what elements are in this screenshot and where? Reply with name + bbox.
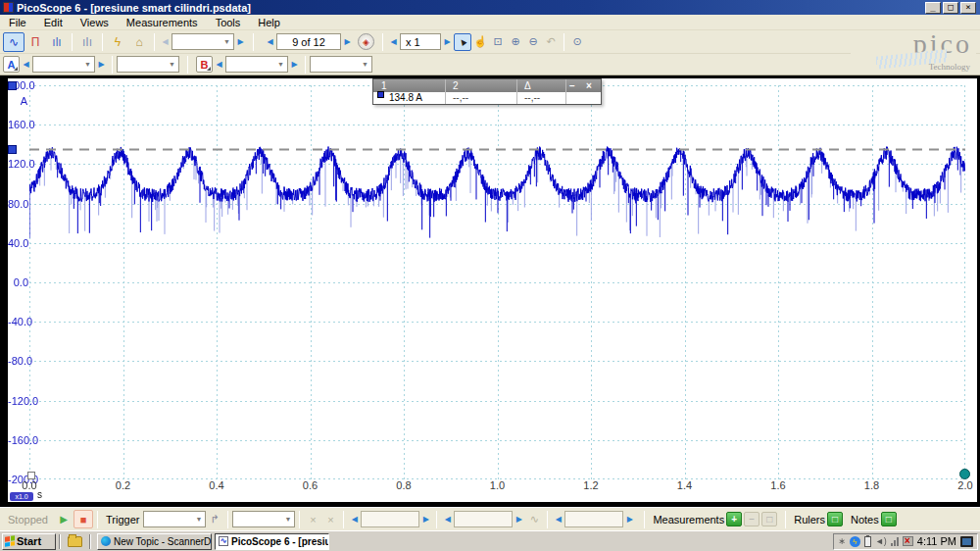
zoom-undo-icon[interactable]: ↶ bbox=[542, 33, 560, 51]
page-prev-icon[interactable]: ◀ bbox=[264, 34, 276, 50]
windows-taskbar: Start New Topic - ScannerDan... ∿ PicoSc… bbox=[0, 530, 980, 551]
start-button[interactable]: Start bbox=[2, 533, 56, 550]
hand-tool-icon[interactable]: ☝ bbox=[471, 33, 489, 51]
show-hidden-icons-icon[interactable]: ∗ bbox=[838, 536, 846, 546]
ruler-handle[interactable] bbox=[8, 145, 17, 154]
zoom-full-icon[interactable]: ⊙ bbox=[568, 33, 586, 51]
channel-a-range-prev-icon[interactable]: ◀ bbox=[20, 57, 32, 73]
power-tray-icon[interactable]: ϟ bbox=[850, 536, 860, 547]
volume-tray-icon[interactable]: ◄) bbox=[875, 536, 887, 546]
channel-b-range-select[interactable]: ▼ bbox=[225, 56, 288, 73]
trigger-label: Trigger bbox=[106, 514, 139, 526]
menu-views[interactable]: Views bbox=[72, 16, 118, 29]
signal-tray-icon[interactable] bbox=[891, 537, 899, 546]
pretrigger-inc-icon[interactable]: ▶ bbox=[513, 512, 525, 527]
notes-icon[interactable]: □ bbox=[881, 512, 897, 526]
channel-a-swatch bbox=[377, 91, 384, 98]
auto-arrange-icon[interactable]: ∿ bbox=[525, 511, 543, 528]
post-trigger-dec-icon[interactable]: ◀ bbox=[552, 512, 564, 527]
scope-view-icon[interactable]: ∿ bbox=[3, 32, 24, 52]
x-tick-label: 1.6 bbox=[763, 479, 793, 491]
waveform-plot[interactable] bbox=[29, 85, 965, 479]
x-tick-label: 1.0 bbox=[483, 479, 513, 491]
menu-measurements[interactable]: Measurements bbox=[118, 16, 207, 29]
add-measurement-icon[interactable]: + bbox=[726, 512, 742, 526]
x-axis-multiplier-badge[interactable]: x1.0 bbox=[10, 492, 33, 501]
channel-b-button[interactable]: B bbox=[196, 56, 213, 73]
post-trigger-inc-icon[interactable]: ▶ bbox=[623, 512, 636, 527]
trigger-level-dec-icon[interactable]: ◀ bbox=[348, 512, 361, 527]
time-ruler-handle[interactable] bbox=[27, 472, 35, 479]
pretrigger-dec-icon[interactable]: ◀ bbox=[441, 512, 454, 527]
menu-file[interactable]: File bbox=[0, 16, 35, 29]
page-indicator[interactable]: 9 of 12 bbox=[276, 33, 341, 50]
square-wave-view-icon[interactable]: Π bbox=[24, 32, 46, 52]
ruler-legend-box[interactable]: 1 2 Δ − × 134.8 A --,-- --,-- bbox=[372, 78, 602, 105]
task-button-browser[interactable]: New Topic - ScannerDan... bbox=[97, 533, 212, 550]
post-trigger-field[interactable] bbox=[564, 511, 623, 527]
battery-tray-icon[interactable] bbox=[864, 536, 871, 547]
x-tick-label: 1.4 bbox=[670, 479, 700, 491]
y-tick-label: 120.0 bbox=[8, 158, 28, 170]
channel-a-range-select[interactable]: ▼ bbox=[32, 56, 95, 73]
channel-a-coupling-select[interactable]: ▼ bbox=[117, 56, 179, 73]
edit-measurement-icon[interactable]: □ bbox=[761, 512, 777, 526]
rulers-icon[interactable]: □ bbox=[827, 512, 843, 526]
spectrum-view-icon[interactable]: ılı bbox=[46, 32, 68, 52]
persistence-view-icon[interactable]: ıIı bbox=[76, 32, 98, 52]
zoom-dec-icon[interactable]: ◀ bbox=[387, 34, 400, 50]
capture-toolbar: Stopped ▶ ■ Trigger ▼ ↱ ▼ × × ◀ ▶ ◀ ▶ ∿ … bbox=[0, 507, 980, 530]
trigger-source-select[interactable]: ▼ bbox=[232, 511, 295, 527]
stop-capture-icon[interactable]: ■ bbox=[74, 510, 93, 528]
network-disconnected-icon[interactable]: × bbox=[903, 536, 913, 546]
quick-launch-folder-icon[interactable] bbox=[68, 536, 82, 547]
start-capture-icon[interactable]: ▶ bbox=[54, 510, 74, 528]
pretrigger-field[interactable] bbox=[454, 511, 513, 527]
time-ruler-dot[interactable] bbox=[959, 469, 970, 479]
zoom-level[interactable]: x 1 bbox=[400, 33, 441, 50]
menu-edit[interactable]: Edit bbox=[35, 16, 72, 29]
chart-panel: 200.0160.0120.080.040.00.0-40.0-80.0-120… bbox=[8, 78, 977, 502]
display-tray-icon[interactable] bbox=[960, 536, 973, 547]
ruler-box-close-icon[interactable]: × bbox=[586, 79, 592, 92]
channel-b-range-prev-icon[interactable]: ◀ bbox=[213, 57, 225, 73]
y-axis-unit: A bbox=[8, 95, 27, 107]
zoom-inc-icon[interactable]: ▶ bbox=[441, 34, 454, 50]
task-button-picoscope[interactable]: ∿ PicoScope 6 - [presiu... bbox=[215, 533, 329, 550]
trigger-falling-icon[interactable]: × bbox=[321, 511, 339, 528]
channel-a-range-next-icon[interactable]: ▶ bbox=[95, 57, 108, 73]
zoom-marquee-icon[interactable]: ⊡ bbox=[489, 33, 507, 51]
zoom-out-icon[interactable]: ⊖ bbox=[524, 33, 542, 51]
network-x-glyph: × bbox=[905, 535, 910, 546]
restore-button[interactable]: □ bbox=[943, 2, 958, 14]
view-prev-icon[interactable]: ◀ bbox=[159, 34, 172, 50]
y-tick-label: -160.0 bbox=[8, 434, 28, 446]
minimize-button[interactable]: _ bbox=[925, 2, 941, 14]
menu-bar: File Edit Views Measurements Tools Help bbox=[0, 15, 980, 30]
zoom-in-icon[interactable]: ⊕ bbox=[507, 33, 524, 51]
measurements-label: Measurements bbox=[653, 514, 724, 526]
windows-flag-icon bbox=[5, 535, 15, 546]
ruler-box-minimize-icon[interactable]: − bbox=[569, 79, 575, 92]
trigger-mode-select[interactable]: ▼ bbox=[143, 511, 206, 527]
clock: 4:11 PM bbox=[917, 535, 956, 547]
channel-a-button[interactable]: A bbox=[3, 56, 20, 73]
channel-b-range-next-icon[interactable]: ▶ bbox=[288, 57, 301, 73]
trigger-level-inc-icon[interactable]: ▶ bbox=[419, 512, 432, 527]
view-next-icon[interactable]: ▶ bbox=[234, 34, 247, 50]
lightning-icon[interactable]: ϟ bbox=[107, 32, 128, 52]
trigger-level-field[interactable] bbox=[361, 511, 419, 527]
trigger-rising-icon[interactable]: × bbox=[304, 511, 321, 528]
menu-tools[interactable]: Tools bbox=[207, 16, 250, 29]
view-select[interactable]: ▼ bbox=[172, 33, 234, 50]
compass-icon[interactable]: ◈ bbox=[358, 33, 374, 50]
page-next-icon[interactable]: ▶ bbox=[341, 34, 354, 50]
channel-a-axis-marker[interactable] bbox=[8, 81, 17, 90]
menu-help[interactable]: Help bbox=[249, 16, 289, 29]
home-icon[interactable]: ⌂ bbox=[128, 32, 150, 52]
trigger-marker-icon[interactable]: ↱ bbox=[206, 511, 223, 528]
remove-measurement-icon[interactable]: − bbox=[744, 512, 760, 526]
channel-b-coupling-select[interactable]: ▼ bbox=[310, 56, 372, 73]
close-button[interactable]: × bbox=[960, 2, 976, 14]
pointer-tool-icon[interactable]: ▲ bbox=[454, 33, 471, 51]
